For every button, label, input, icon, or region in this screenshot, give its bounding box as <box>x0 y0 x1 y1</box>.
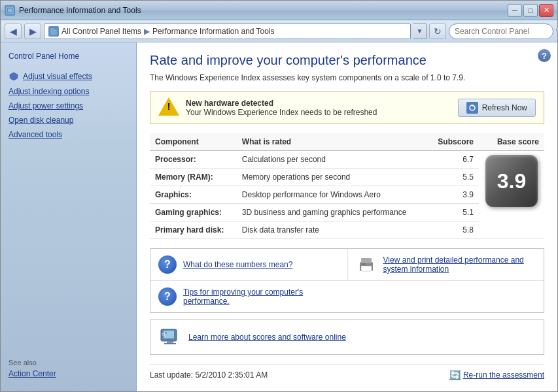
address-path[interactable]: All Control Panel Items ▶ Performance In… <box>44 24 411 39</box>
links-section: ? What do these numbers mean? View and p… <box>150 248 544 313</box>
shield-icon <box>9 71 19 82</box>
close-button[interactable]: ✕ <box>539 4 553 17</box>
sidebar-item-disk-cleanup[interactable]: Open disk cleanup <box>1 113 136 127</box>
link-tips-text[interactable]: Tips for improving your computer's perfo… <box>183 287 340 306</box>
link-item-print: View and print detailed performance and … <box>347 249 544 281</box>
address-refresh-button[interactable]: ↻ <box>429 24 446 39</box>
warning-banner: ! New hardware detected Your Windows Exp… <box>150 91 544 124</box>
row-rating-2: Desktop performance for Windows Aero <box>237 186 428 204</box>
path-icon <box>48 26 59 37</box>
last-update-text: Last update: 5/2/2010 2:35:01 AM <box>150 370 268 380</box>
row-component-1: Memory (RAM): <box>150 169 237 186</box>
scores-table: Component What is rated Subscore Base sc… <box>150 133 544 239</box>
refresh-icon <box>466 102 478 114</box>
sidebar-item-power[interactable]: Adjust power settings <box>1 99 136 113</box>
refresh-now-button[interactable]: Refresh Now <box>458 99 536 117</box>
sidebar-label-advanced-tools: Advanced tools <box>9 130 62 139</box>
see-also-section: See also Action Center <box>1 352 136 385</box>
row-subscore-4: 5.8 <box>428 221 479 239</box>
link-print-text[interactable]: View and print detailed performance and … <box>383 255 536 274</box>
row-rating-4: Disk data transfer rate <box>237 221 428 239</box>
back-button[interactable]: ◀ <box>5 24 22 39</box>
rerun-label: Re-run the assessment <box>463 370 544 380</box>
warning-text: New hardware detected Your Windows Exper… <box>186 99 451 117</box>
warning-title: New hardware detected <box>186 99 451 108</box>
path-dropdown[interactable]: ▼ <box>413 24 427 39</box>
sidebar-item-visual-effects[interactable]: Adjust visual effects <box>1 69 136 84</box>
sidebar-item-indexing[interactable]: Adjust indexing options <box>1 84 136 99</box>
window-controls: ─ □ ✕ <box>508 4 553 17</box>
row-component-4: Primary hard disk: <box>150 221 237 239</box>
base-score-badge: 3.9 <box>485 155 538 207</box>
row-component-0: Processor: <box>150 151 237 169</box>
see-also-action-center[interactable]: Action Center <box>9 369 128 378</box>
sidebar-home-link[interactable]: Control Panel Home <box>1 49 136 63</box>
link-numbers-text[interactable]: What do these numbers mean? <box>183 260 292 269</box>
base-score-cell: 3.9 <box>479 151 544 239</box>
warning-description: Your Windows Experience Index needs to b… <box>186 108 451 117</box>
restore-button[interactable]: □ <box>523 4 538 17</box>
question-icon-1: ? <box>158 287 177 306</box>
sidebar-label-disk-cleanup: Open disk cleanup <box>9 116 73 125</box>
rerun-link[interactable]: 🔄 Re-run the assessment <box>449 370 544 380</box>
table-row: Processor: Calculations per second 6.7 3… <box>150 151 544 169</box>
svg-rect-6 <box>361 258 372 263</box>
see-also-title: See also <box>9 359 128 367</box>
content-area: ? Rate and improve your computer's perfo… <box>137 42 557 391</box>
sidebar-label-visual-effects: Adjust visual effects <box>23 72 92 81</box>
search-input[interactable] <box>455 27 553 36</box>
svg-rect-3 <box>50 28 54 30</box>
svg-rect-14 <box>165 332 167 334</box>
search-box[interactable]: 🔍 <box>449 24 553 39</box>
refresh-now-label: Refresh Now <box>482 103 527 112</box>
sidebar-label-indexing: Adjust indexing options <box>9 87 89 96</box>
row-component-2: Graphics: <box>150 186 237 204</box>
col-component: Component <box>150 133 237 151</box>
svg-rect-8 <box>362 263 365 265</box>
scores-wrapper: Component What is rated Subscore Base sc… <box>150 133 544 239</box>
title-bar: Performance Information and Tools ─ □ ✕ <box>1 1 557 20</box>
online-link-text[interactable]: Learn more about scores and software onl… <box>188 333 346 342</box>
row-rating-3: 3D business and gaming graphics performa… <box>237 204 428 221</box>
col-rating: What is rated <box>237 133 428 151</box>
row-component-3: Gaming graphics: <box>150 204 237 221</box>
link-item-numbers: ? What do these numbers mean? <box>150 249 347 281</box>
window-title: Performance Information and Tools <box>19 6 508 15</box>
path-current: Performance Information and Tools <box>152 27 275 36</box>
help-icon[interactable]: ? <box>538 49 551 62</box>
base-score-value: 3.9 <box>497 169 526 193</box>
sidebar: Control Panel Home Adjust visual effects… <box>1 42 137 391</box>
row-rating-0: Calculations per second <box>237 151 428 169</box>
main-window: Performance Information and Tools ─ □ ✕ … <box>0 0 558 392</box>
col-basescore: Base score <box>479 133 544 151</box>
row-subscore-2: 3.9 <box>428 186 479 204</box>
warning-icon: ! <box>158 97 179 118</box>
sidebar-item-advanced-tools[interactable]: Advanced tools <box>1 127 136 142</box>
window-icon <box>5 5 15 16</box>
forward-button[interactable]: ▶ <box>24 24 41 39</box>
main-layout: Control Panel Home Adjust visual effects… <box>1 42 557 391</box>
row-rating-1: Memory operations per second <box>237 169 428 186</box>
svg-rect-7 <box>361 266 372 271</box>
svg-rect-10 <box>164 331 174 338</box>
address-bar: ◀ ▶ All Control Panel Items ▶ Performanc… <box>1 20 557 42</box>
row-subscore-1: 5.5 <box>428 169 479 186</box>
question-icon-0: ? <box>158 255 177 274</box>
path-arrow-icon: ▶ <box>144 27 150 36</box>
page-subtitle: The Windows Experience Index assesses ke… <box>150 73 544 82</box>
minimize-button[interactable]: ─ <box>508 4 522 17</box>
row-subscore-0: 6.7 <box>428 151 479 169</box>
online-icon <box>158 325 182 349</box>
search-icon: 🔍 <box>555 27 558 36</box>
printer-icon <box>356 255 377 274</box>
path-prefix: All Control Panel Items <box>61 27 141 36</box>
rerun-icon: 🔄 <box>449 370 461 380</box>
svg-rect-1 <box>8 8 12 12</box>
svg-rect-12 <box>164 343 176 344</box>
footer: Last update: 5/2/2010 2:35:01 AM 🔄 Re-ru… <box>150 364 544 380</box>
svg-rect-2 <box>50 29 57 35</box>
page-title: Rate and improve your computer's perform… <box>150 53 544 68</box>
svg-rect-11 <box>167 341 173 343</box>
link-item-tips: ? Tips for improving your computer's per… <box>150 281 347 312</box>
row-subscore-3: 5.1 <box>428 204 479 221</box>
